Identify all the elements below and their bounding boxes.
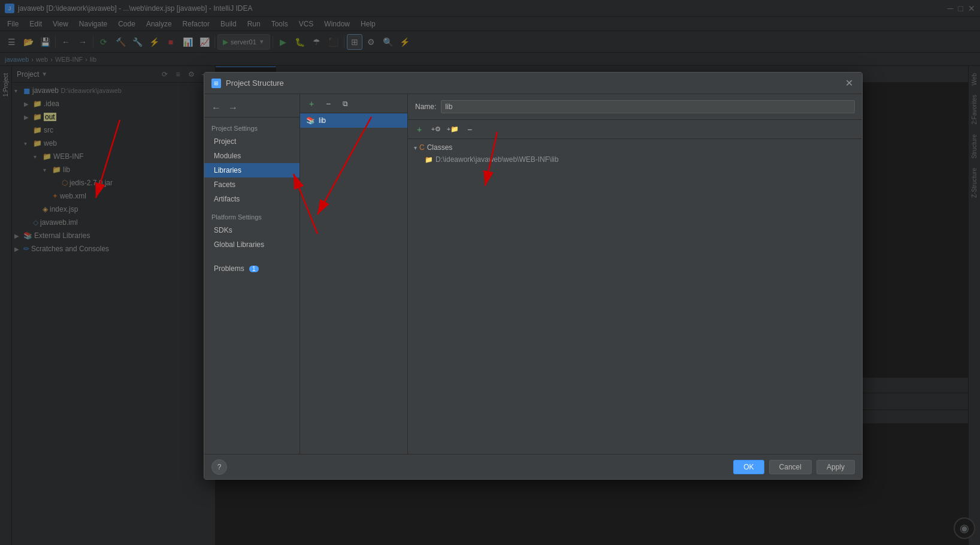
center-add-btn[interactable]: + xyxy=(304,96,319,112)
cancel-btn[interactable]: Cancel xyxy=(769,460,812,474)
dialog-nav: ← → Project Settings Project Modules Lib… xyxy=(204,94,300,454)
right-content: ▾ C Classes 📁 D:\ideawork\javaweb\web\WE… xyxy=(408,139,862,454)
dialog-footer: ? OK Cancel Apply xyxy=(204,454,862,479)
nav-item-project[interactable]: Project xyxy=(204,134,300,149)
project-settings-header: Project Settings xyxy=(204,122,300,134)
right-remove-btn[interactable]: − xyxy=(462,122,477,137)
center-copy-btn[interactable]: ⧉ xyxy=(337,96,353,112)
center-list-item-label: lib xyxy=(319,116,326,125)
problems-label: Problems xyxy=(214,264,244,273)
right-add-folder-btn[interactable]: +📁 xyxy=(445,122,461,137)
problems-badge: 1 xyxy=(249,266,259,272)
center-toolbar: + − ⧉ xyxy=(300,94,407,113)
project-structure-dialog: ⊞ Project Structure ✕ ← → Project Settin… xyxy=(204,72,863,480)
center-list: 📚 lib xyxy=(300,113,407,454)
dialog-title-bar: ⊞ Project Structure ✕ xyxy=(204,73,862,94)
nav-item-libraries[interactable]: Libraries xyxy=(204,163,300,177)
classes-path-item[interactable]: 📁 D:\ideawork\javaweb\web\WEB-INF\lib xyxy=(410,153,860,165)
right-add-external-btn[interactable]: +⚙ xyxy=(428,122,444,137)
name-label: Name: xyxy=(415,103,436,111)
nav-item-facets[interactable]: Facets xyxy=(204,177,300,192)
problems-section: Problems 1 xyxy=(204,261,300,276)
classes-tree-header[interactable]: ▾ C Classes xyxy=(410,141,860,153)
nav-item-sdks[interactable]: SDKs xyxy=(204,223,300,237)
classes-expand-arrow: ▾ xyxy=(414,144,417,151)
nav-item-modules[interactable]: Modules xyxy=(204,149,300,163)
center-list-item-lib[interactable]: 📚 lib xyxy=(300,113,407,128)
apply-btn[interactable]: Apply xyxy=(816,460,855,474)
nav-back-btn[interactable]: ← xyxy=(209,101,223,115)
dialog-close-btn[interactable]: ✕ xyxy=(843,77,855,89)
help-btn[interactable]: ? xyxy=(211,459,227,475)
dialog-body: ← → Project Settings Project Modules Lib… xyxy=(204,94,862,454)
nav-item-global-libraries[interactable]: Global Libraries xyxy=(204,237,300,252)
name-input[interactable] xyxy=(441,100,855,113)
dialog-nav-arrows: ← → xyxy=(204,99,300,118)
right-header: Name: xyxy=(408,94,862,120)
right-toolbar: + +⚙ +📁 − xyxy=(408,120,862,139)
nav-forward-btn[interactable]: → xyxy=(226,101,240,115)
classes-path-label: D:\ideawork\javaweb\web\WEB-INF\lib xyxy=(435,155,558,164)
ok-btn[interactable]: OK xyxy=(733,460,764,474)
platform-settings-header: Platform Settings xyxy=(204,211,300,223)
dialog-icon: ⊞ xyxy=(211,79,221,88)
dialog-center: + − ⧉ 📚 lib xyxy=(300,94,408,454)
lib-icon: 📚 xyxy=(306,116,315,125)
dialog-title-label: Project Structure xyxy=(226,79,843,88)
nav-item-artifacts[interactable]: Artifacts xyxy=(204,192,300,206)
nav-item-problems[interactable]: Problems 1 xyxy=(204,261,300,276)
dialog-right: Name: + +⚙ +📁 − ▾ C Classes xyxy=(408,94,862,454)
dialog-overlay: ⊞ Project Structure ✕ ← → Project Settin… xyxy=(0,0,980,545)
help-section: ? xyxy=(211,459,227,475)
classes-icon: C xyxy=(419,143,425,152)
right-add-btn[interactable]: + xyxy=(412,122,427,137)
folder-small-icon: 📁 xyxy=(425,156,433,164)
classes-label: Classes xyxy=(427,143,453,152)
center-remove-btn[interactable]: − xyxy=(320,96,336,112)
